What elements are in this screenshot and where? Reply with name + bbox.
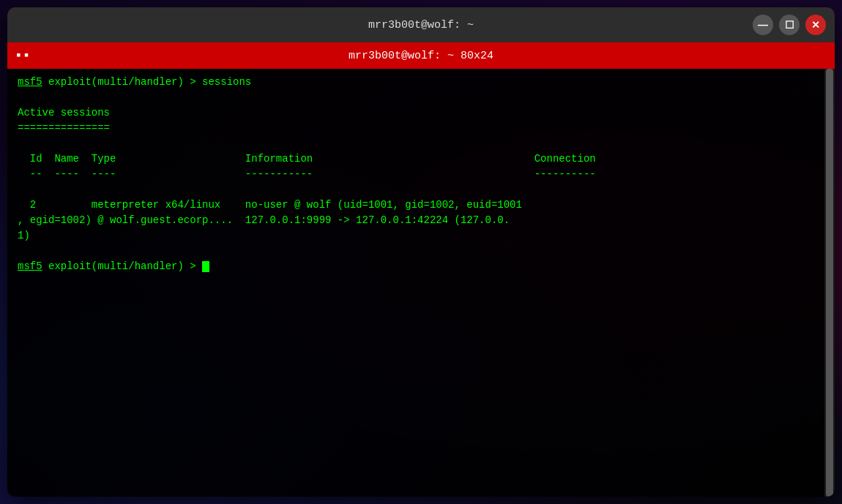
terminal-line-separator: -- ---- ---- ----------- ---------- (18, 167, 824, 182)
cmd-1: exploit(multi/handler) > sessions (42, 76, 252, 88)
tab-title: mrr3b00t@wolf: ~ 80x24 (349, 50, 493, 62)
terminal-line-4: =============== (18, 121, 824, 136)
tab-bar: ▪▪ mrr3b00t@wolf: ~ 80x24 (7, 42, 835, 69)
terminal-line-prompt-2: msf5 exploit(multi/handler) > (18, 259, 824, 274)
msf-prompt-2: msf5 (18, 260, 42, 272)
terminal-line-session-3: 1) (18, 228, 824, 244)
terminal-line-blank-2 (18, 136, 824, 151)
scrollbar-thumb[interactable] (826, 69, 833, 497)
cursor (202, 261, 209, 272)
title-bar-title: mrr3b00t@wolf: ~ (368, 19, 474, 31)
terminal-line-header: Id Name Type Information Connection (18, 151, 824, 167)
close-button[interactable]: ✕ (805, 15, 826, 35)
cmd-2: exploit(multi/handler) > (42, 260, 202, 272)
msf-prompt-1: msf5 (18, 76, 42, 88)
tab-icon: ▪▪ (15, 48, 31, 63)
terminal-line-session-1: 2 meterpreter x64/linux no-user @ wolf (… (18, 198, 824, 213)
title-bar: mrr3b00t@wolf: ~ — ☐ ✕ (7, 7, 835, 42)
terminal-line-session-2: , egid=1002) @ wolf.guest.ecorp.... 127.… (18, 213, 824, 228)
terminal-line-3: Active sessions (18, 105, 824, 121)
terminal-line-blank-1 (18, 90, 824, 105)
terminal-line-1: msf5 exploit(multi/handler) > sessions (18, 75, 824, 90)
minimize-button[interactable]: — (753, 15, 773, 35)
terminal-window: mrr3b00t@wolf: ~ — ☐ ✕ ▪▪ mrr3b00t@wolf:… (7, 7, 835, 497)
window-controls: — ☐ ✕ (753, 15, 826, 35)
scrollbar-track[interactable] (824, 69, 835, 497)
terminal-body[interactable]: msf5 exploit(multi/handler) > sessions A… (7, 69, 835, 497)
maximize-button[interactable]: ☐ (779, 15, 800, 35)
terminal-line-blank-4 (18, 244, 824, 259)
terminal-line-blank-3 (18, 182, 824, 198)
